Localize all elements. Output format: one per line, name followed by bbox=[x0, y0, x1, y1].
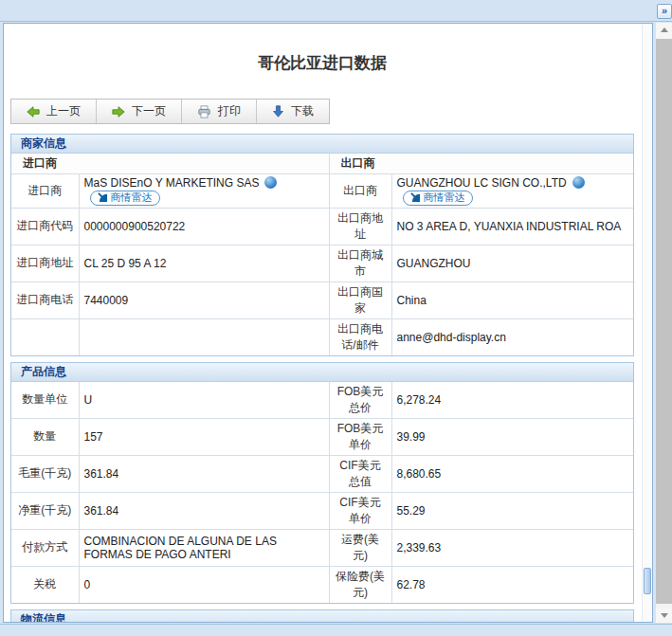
field-value: 2,339.63 bbox=[391, 529, 633, 566]
panel-content: 哥伦比亚进口数据 上一页 下一页 打印 下载 商家信息 进 bbox=[4, 24, 641, 622]
section-logistics-info: 物流信息 关单号 32020000861736 进口日期 2020-07-30 … bbox=[10, 609, 634, 624]
radar-icon bbox=[98, 192, 108, 203]
field-label: 保险费(美元) bbox=[329, 566, 391, 603]
field-value: CL 25 D 95 A 12 bbox=[79, 245, 329, 282]
field-label: 运费(美元) bbox=[329, 529, 391, 566]
field-label: 数量 bbox=[11, 418, 79, 455]
panel-scrollbar[interactable] bbox=[642, 24, 652, 622]
section-merchant-info: 商家信息 进口商 出口商 进口商 MaS DISEnO Y MARKETING … bbox=[10, 134, 634, 356]
table-row: 关税 0 保险费(美元) 62.78 bbox=[11, 566, 633, 603]
field-label: 净重(千克) bbox=[11, 492, 79, 529]
field-value: 6,278.24 bbox=[391, 382, 633, 419]
arrow-left-green-icon bbox=[27, 105, 40, 118]
field-label: CIF美元单价 bbox=[329, 492, 391, 529]
main-panel: 哥伦比亚进口数据 上一页 下一页 打印 下载 商家信息 进 bbox=[3, 23, 653, 623]
table-row: 净重(千克) 361.84 CIF美元单价 55.29 bbox=[11, 492, 633, 529]
next-page-label: 下一页 bbox=[132, 103, 166, 119]
table-row: 出口商电话/邮件 anne@dhd-display.cn bbox=[11, 318, 633, 355]
field-label: CIF美元总值 bbox=[329, 455, 391, 492]
window-scrollbar-thumb[interactable] bbox=[656, 39, 672, 604]
table-row: 付款方式 COMBINACION DE ALGUNA DE LAS FORMAS… bbox=[11, 529, 633, 566]
print-button[interactable]: 打印 bbox=[182, 100, 257, 123]
window-top-bar: » bbox=[0, 0, 672, 22]
field-label: 数量单位 bbox=[11, 382, 79, 419]
field-value: COMBINACION DE ALGUNA DE LAS FORMAS DE P… bbox=[79, 529, 329, 566]
table-row: 毛重(千克) 361.84 CIF美元总值 8,680.65 bbox=[11, 455, 633, 492]
importer-header: 进口商 bbox=[11, 154, 329, 174]
radar-badge-label: 商情雷达 bbox=[424, 191, 465, 205]
expand-button[interactable]: » bbox=[657, 4, 672, 19]
importer-name-cell: MaS DISEnO Y MARKETING SAS商情雷达 bbox=[79, 174, 329, 209]
field-label: 进口商地址 bbox=[11, 245, 79, 282]
field-label: 出口商 bbox=[329, 174, 391, 209]
field-label: 进口商电话 bbox=[11, 282, 79, 318]
next-page-button[interactable]: 下一页 bbox=[97, 100, 182, 123]
window-scrollbar[interactable] bbox=[656, 23, 672, 623]
arrow-right-green-icon bbox=[112, 105, 125, 118]
download-label: 下载 bbox=[291, 103, 314, 119]
globe-icon[interactable] bbox=[572, 176, 585, 189]
scroll-up-button[interactable] bbox=[656, 23, 672, 38]
exporter-header: 出口商 bbox=[329, 154, 633, 174]
field-label bbox=[11, 318, 79, 355]
importer-name: MaS DISEnO Y MARKETING SAS bbox=[84, 176, 260, 190]
field-value: 62.78 bbox=[391, 566, 633, 603]
globe-icon[interactable] bbox=[264, 176, 277, 189]
table-row: 进口商电话 7440009 出口商国家 China bbox=[11, 282, 633, 318]
field-label: 付款方式 bbox=[11, 529, 79, 566]
field-value: China bbox=[391, 282, 633, 318]
field-label: 进口商代码 bbox=[11, 208, 79, 245]
field-value: 157 bbox=[79, 418, 329, 455]
field-value: 0 bbox=[79, 566, 329, 603]
field-label: 关税 bbox=[11, 566, 79, 603]
field-value: GUANGZHOU bbox=[391, 245, 633, 282]
table-row: 进口商代码 0000000900520722 出口商地址 NO 3 AREA D… bbox=[11, 208, 633, 245]
merchant-table: 进口商 出口商 进口商 MaS DISEnO Y MARKETING SAS商情… bbox=[11, 154, 633, 355]
section-header-merchant: 商家信息 bbox=[11, 135, 633, 154]
radar-badge-button[interactable]: 商情雷达 bbox=[90, 191, 160, 206]
radar-badge-button[interactable]: 商情雷达 bbox=[403, 191, 473, 206]
field-value: 39.99 bbox=[391, 418, 633, 455]
toolbar: 上一页 下一页 打印 下载 bbox=[10, 99, 330, 124]
download-button[interactable]: 下载 bbox=[257, 100, 329, 123]
prev-page-button[interactable]: 上一页 bbox=[11, 100, 97, 123]
page-title: 哥伦比亚进口数据 bbox=[4, 52, 641, 74]
field-value: 0000000900520722 bbox=[79, 208, 329, 245]
triangle-up-icon bbox=[661, 27, 668, 32]
field-label: 出口商地址 bbox=[329, 208, 391, 245]
field-value: 55.29 bbox=[391, 492, 633, 529]
field-label: FOB美元单价 bbox=[329, 418, 391, 455]
prev-page-label: 上一页 bbox=[46, 103, 81, 119]
section-product-info: 产品信息 数量单位 U FOB美元总价 6,278.24 数量 157 FOB美… bbox=[10, 362, 634, 604]
field-label: 毛重(千克) bbox=[11, 455, 79, 492]
print-label: 打印 bbox=[218, 103, 241, 119]
window-bottom-strip bbox=[0, 624, 672, 636]
field-label: 出口商国家 bbox=[329, 282, 391, 318]
exporter-name-cell: GUANGZHOU LC SIGN CO.,LTD商情雷达 bbox=[391, 174, 633, 209]
field-value: U bbox=[79, 382, 329, 419]
field-value bbox=[79, 318, 329, 355]
field-value: NO 3 AREA D, YUANXIA INDUSTRIAL ROA bbox=[391, 208, 633, 245]
field-value: anne@dhd-display.cn bbox=[391, 318, 633, 355]
product-table: 数量单位 U FOB美元总价 6,278.24 数量 157 FOB美元单价 3… bbox=[11, 382, 633, 603]
table-row: 数量单位 U FOB美元总价 6,278.24 bbox=[11, 382, 633, 419]
merchant-subheader-row: 进口商 出口商 bbox=[11, 154, 633, 174]
double-chevron-right-icon: » bbox=[662, 5, 667, 16]
arrow-down-blue-icon bbox=[272, 105, 284, 118]
section-header-product: 产品信息 bbox=[11, 363, 633, 382]
scroll-down-button[interactable] bbox=[656, 608, 672, 623]
field-label: 出口商电话/邮件 bbox=[329, 318, 391, 355]
radar-badge-label: 商情雷达 bbox=[111, 191, 153, 205]
exporter-name: GUANGZHOU LC SIGN CO.,LTD bbox=[397, 176, 567, 190]
field-value: 361.84 bbox=[79, 492, 329, 529]
field-label: 进口商 bbox=[11, 174, 79, 209]
printer-icon bbox=[197, 105, 211, 118]
field-value: 7440009 bbox=[79, 282, 329, 318]
table-row: 进口商 MaS DISEnO Y MARKETING SAS商情雷达 出口商 G… bbox=[11, 174, 633, 209]
panel-scrollbar-thumb[interactable] bbox=[644, 568, 651, 594]
section-header-logistics: 物流信息 bbox=[11, 610, 633, 624]
triangle-down-icon bbox=[661, 613, 668, 618]
field-label: 出口商城市 bbox=[329, 245, 391, 282]
field-value: 8,680.65 bbox=[391, 455, 633, 492]
field-value: 361.84 bbox=[79, 455, 329, 492]
